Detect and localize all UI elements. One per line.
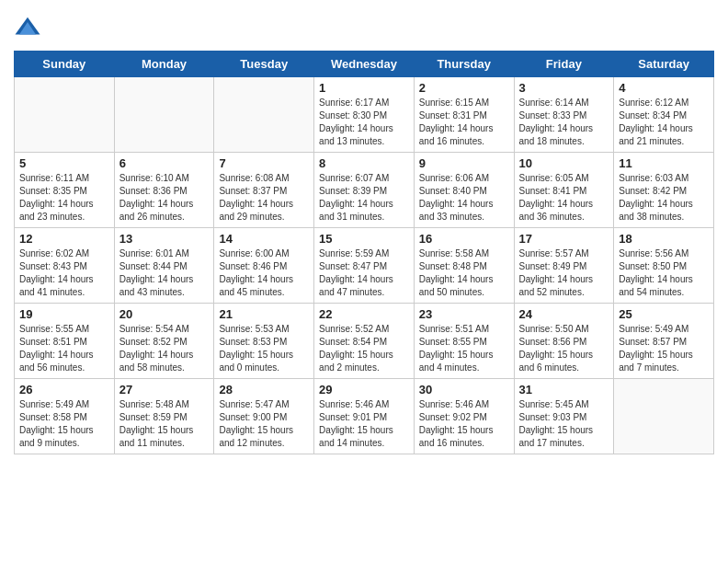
day-number: 20 (119, 307, 210, 321)
day-number: 16 (419, 232, 509, 246)
day-number: 27 (119, 383, 210, 396)
page-header (14, 14, 714, 41)
day-number: 8 (319, 156, 409, 170)
day-number: 4 (619, 81, 709, 95)
day-info: Sunrise: 5:49 AM Sunset: 8:58 PM Dayligh… (19, 398, 109, 450)
day-info: Sunrise: 6:00 AM Sunset: 8:46 PM Dayligh… (219, 247, 309, 299)
day-info: Sunrise: 5:53 AM Sunset: 8:53 PM Dayligh… (219, 323, 309, 374)
calendar-week-row: 12Sunrise: 6:02 AM Sunset: 8:43 PM Dayli… (15, 228, 714, 304)
day-of-week-header: Thursday (414, 52, 514, 77)
day-info: Sunrise: 6:05 AM Sunset: 8:41 PM Dayligh… (519, 172, 609, 224)
calendar-header-row: SundayMondayTuesdayWednesdayThursdayFrid… (15, 52, 714, 77)
day-info: Sunrise: 5:56 AM Sunset: 8:50 PM Dayligh… (619, 247, 709, 299)
day-number: 6 (119, 156, 210, 170)
calendar-day-cell: 13Sunrise: 6:01 AM Sunset: 8:44 PM Dayli… (114, 228, 214, 304)
day-number: 12 (19, 232, 109, 246)
calendar-day-cell: 11Sunrise: 6:03 AM Sunset: 8:42 PM Dayli… (614, 153, 714, 228)
day-number: 18 (619, 232, 709, 246)
calendar-day-cell: 21Sunrise: 5:53 AM Sunset: 8:53 PM Dayli… (214, 304, 314, 379)
calendar-day-cell: 14Sunrise: 6:00 AM Sunset: 8:46 PM Dayli… (214, 228, 314, 304)
day-number: 13 (119, 232, 210, 246)
calendar-day-cell: 7Sunrise: 6:08 AM Sunset: 8:37 PM Daylig… (214, 153, 314, 228)
day-info: Sunrise: 6:01 AM Sunset: 8:44 PM Dayligh… (119, 247, 210, 299)
calendar-day-cell: 3Sunrise: 6:14 AM Sunset: 8:33 PM Daylig… (514, 77, 614, 153)
calendar-week-row: 1Sunrise: 6:17 AM Sunset: 8:30 PM Daylig… (15, 77, 714, 153)
calendar-day-cell: 15Sunrise: 5:59 AM Sunset: 8:47 PM Dayli… (314, 228, 415, 304)
day-number: 17 (519, 232, 609, 246)
calendar-day-cell: 23Sunrise: 5:51 AM Sunset: 8:55 PM Dayli… (414, 304, 514, 379)
day-number: 21 (219, 307, 309, 321)
day-info: Sunrise: 6:11 AM Sunset: 8:35 PM Dayligh… (19, 172, 109, 224)
day-number: 25 (619, 307, 709, 321)
day-info: Sunrise: 5:52 AM Sunset: 8:54 PM Dayligh… (319, 323, 409, 374)
calendar-day-cell: 31Sunrise: 5:45 AM Sunset: 9:03 PM Dayli… (514, 379, 614, 454)
day-info: Sunrise: 5:51 AM Sunset: 8:55 PM Dayligh… (419, 323, 509, 374)
calendar-day-cell: 25Sunrise: 5:49 AM Sunset: 8:57 PM Dayli… (614, 304, 714, 379)
day-info: Sunrise: 5:59 AM Sunset: 8:47 PM Dayligh… (319, 247, 409, 299)
day-info: Sunrise: 6:08 AM Sunset: 8:37 PM Dayligh… (219, 172, 309, 224)
logo-icon (14, 14, 41, 41)
day-info: Sunrise: 6:02 AM Sunset: 8:43 PM Dayligh… (19, 247, 109, 299)
day-number: 22 (319, 307, 409, 321)
day-number: 9 (419, 156, 509, 170)
day-info: Sunrise: 6:17 AM Sunset: 8:30 PM Dayligh… (319, 97, 409, 148)
day-number: 19 (19, 307, 109, 321)
calendar-week-row: 19Sunrise: 5:55 AM Sunset: 8:51 PM Dayli… (15, 304, 714, 379)
calendar-day-cell (614, 379, 714, 454)
calendar-day-cell: 22Sunrise: 5:52 AM Sunset: 8:54 PM Dayli… (314, 304, 415, 379)
day-of-week-header: Friday (514, 52, 614, 77)
calendar-day-cell: 1Sunrise: 6:17 AM Sunset: 8:30 PM Daylig… (314, 77, 415, 153)
day-info: Sunrise: 5:48 AM Sunset: 8:59 PM Dayligh… (119, 398, 210, 450)
day-number: 11 (619, 156, 709, 170)
day-info: Sunrise: 6:03 AM Sunset: 8:42 PM Dayligh… (619, 172, 709, 224)
day-of-week-header: Tuesday (214, 52, 314, 77)
day-of-week-header: Saturday (614, 52, 714, 77)
day-info: Sunrise: 6:15 AM Sunset: 8:31 PM Dayligh… (419, 97, 509, 148)
calendar-day-cell: 28Sunrise: 5:47 AM Sunset: 9:00 PM Dayli… (214, 379, 314, 454)
day-info: Sunrise: 5:45 AM Sunset: 9:03 PM Dayligh… (519, 398, 609, 450)
calendar-day-cell: 20Sunrise: 5:54 AM Sunset: 8:52 PM Dayli… (114, 304, 214, 379)
day-number: 5 (19, 156, 109, 170)
day-info: Sunrise: 5:54 AM Sunset: 8:52 PM Dayligh… (119, 323, 210, 374)
day-of-week-header: Wednesday (314, 52, 415, 77)
day-number: 28 (219, 383, 309, 396)
calendar-day-cell: 18Sunrise: 5:56 AM Sunset: 8:50 PM Dayli… (614, 228, 714, 304)
calendar-day-cell: 26Sunrise: 5:49 AM Sunset: 8:58 PM Dayli… (15, 379, 115, 454)
day-info: Sunrise: 5:58 AM Sunset: 8:48 PM Dayligh… (419, 247, 509, 299)
day-info: Sunrise: 5:55 AM Sunset: 8:51 PM Dayligh… (19, 323, 109, 374)
calendar-day-cell (214, 77, 314, 153)
day-info: Sunrise: 6:07 AM Sunset: 8:39 PM Dayligh… (319, 172, 409, 224)
calendar-day-cell: 27Sunrise: 5:48 AM Sunset: 8:59 PM Dayli… (114, 379, 214, 454)
day-number: 7 (219, 156, 309, 170)
day-number: 29 (319, 383, 409, 396)
day-number: 15 (319, 232, 409, 246)
calendar-day-cell: 9Sunrise: 6:06 AM Sunset: 8:40 PM Daylig… (414, 153, 514, 228)
calendar-day-cell: 5Sunrise: 6:11 AM Sunset: 8:35 PM Daylig… (15, 153, 115, 228)
day-info: Sunrise: 6:06 AM Sunset: 8:40 PM Dayligh… (419, 172, 509, 224)
calendar-table: SundayMondayTuesdayWednesdayThursdayFrid… (14, 51, 714, 454)
logo (14, 14, 45, 41)
day-of-week-header: Sunday (15, 52, 115, 77)
day-number: 14 (219, 232, 309, 246)
day-info: Sunrise: 5:57 AM Sunset: 8:49 PM Dayligh… (519, 247, 609, 299)
day-number: 31 (519, 383, 609, 396)
calendar-day-cell: 30Sunrise: 5:46 AM Sunset: 9:02 PM Dayli… (414, 379, 514, 454)
day-info: Sunrise: 6:12 AM Sunset: 8:34 PM Dayligh… (619, 97, 709, 148)
day-info: Sunrise: 5:50 AM Sunset: 8:56 PM Dayligh… (519, 323, 609, 374)
day-info: Sunrise: 5:46 AM Sunset: 9:01 PM Dayligh… (319, 398, 409, 450)
calendar-day-cell: 4Sunrise: 6:12 AM Sunset: 8:34 PM Daylig… (614, 77, 714, 153)
day-number: 10 (519, 156, 609, 170)
calendar-day-cell: 24Sunrise: 5:50 AM Sunset: 8:56 PM Dayli… (514, 304, 614, 379)
calendar-day-cell: 16Sunrise: 5:58 AM Sunset: 8:48 PM Dayli… (414, 228, 514, 304)
day-number: 30 (419, 383, 509, 396)
calendar-day-cell: 8Sunrise: 6:07 AM Sunset: 8:39 PM Daylig… (314, 153, 415, 228)
day-info: Sunrise: 6:14 AM Sunset: 8:33 PM Dayligh… (519, 97, 609, 148)
day-info: Sunrise: 5:46 AM Sunset: 9:02 PM Dayligh… (419, 398, 509, 450)
day-info: Sunrise: 5:49 AM Sunset: 8:57 PM Dayligh… (619, 323, 709, 374)
day-number: 26 (19, 383, 109, 396)
day-number: 3 (519, 81, 609, 95)
calendar-day-cell: 19Sunrise: 5:55 AM Sunset: 8:51 PM Dayli… (15, 304, 115, 379)
day-number: 2 (419, 81, 509, 95)
day-number: 24 (519, 307, 609, 321)
calendar-week-row: 26Sunrise: 5:49 AM Sunset: 8:58 PM Dayli… (15, 379, 714, 454)
